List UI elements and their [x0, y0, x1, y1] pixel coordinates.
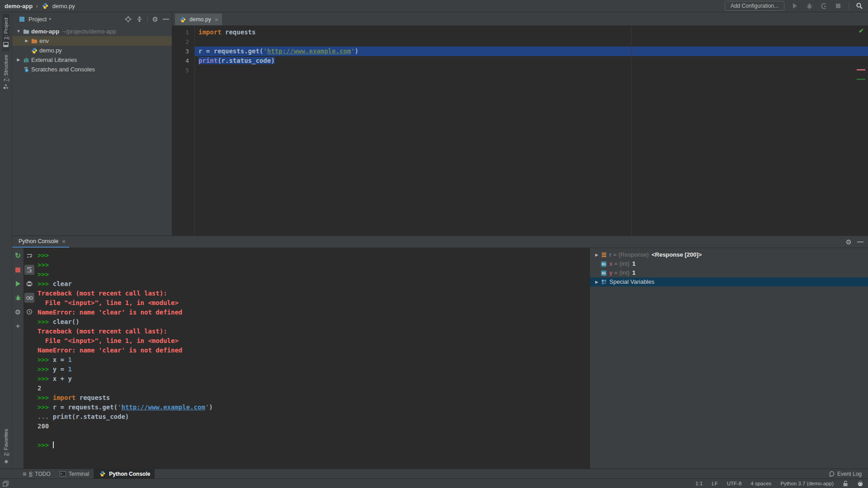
- python-icon: [30, 47, 38, 54]
- right-margin-guide: [631, 26, 632, 235]
- interpreter[interactable]: Python 3.7 (demo-app): [780, 481, 834, 486]
- caret-position[interactable]: 1:1: [695, 481, 703, 486]
- gear-icon[interactable]: ⚙: [152, 16, 158, 23]
- pycharm-window: demo-app › demo.py Add Configuration... …: [0, 0, 868, 488]
- tree-item-demo-app[interactable]: ▼demo-app~/projects/demo-app: [12, 27, 172, 36]
- line-number: 3: [172, 47, 194, 56]
- variable-value: <Response [200]>: [651, 250, 702, 259]
- variable-row-y[interactable]: 01y={int}1: [590, 268, 868, 277]
- sidebar-item-structure[interactable]: 7: Structure: [2, 51, 9, 93]
- breadcrumb-file[interactable]: demo.py: [52, 3, 75, 9]
- console-caret[interactable]: [53, 441, 54, 448]
- code-line-5[interactable]: [195, 66, 868, 75]
- search-everywhere-icon[interactable]: [855, 2, 863, 10]
- project-panel-title[interactable]: Project▾: [28, 16, 51, 23]
- hide-panel-icon[interactable]: —: [857, 238, 863, 245]
- sidebar-item-favorites[interactable]: ★ 2: Favorites: [2, 425, 9, 469]
- event-log-label: Event Log: [837, 471, 862, 477]
- soft-wrap-icon[interactable]: [24, 251, 34, 261]
- show-variables-icon[interactable]: [24, 293, 34, 303]
- libs-icon: [22, 57, 30, 63]
- expand-arrow-icon[interactable]: ▶: [594, 277, 600, 286]
- breadcrumb-project[interactable]: demo-app: [5, 3, 33, 9]
- print-icon[interactable]: [24, 279, 34, 289]
- rerun-icon[interactable]: ↻: [13, 251, 23, 261]
- tree-item-label: External Libraries: [31, 55, 77, 65]
- debug-bug-icon[interactable]: [805, 2, 813, 10]
- tree-item-env[interactable]: ▶env: [12, 36, 172, 46]
- code-line-3[interactable]: r = requests.get('http://www.example.com…: [195, 47, 868, 56]
- close-icon[interactable]: ×: [62, 238, 66, 245]
- collapse-all-icon[interactable]: [136, 16, 143, 23]
- equals: =: [614, 259, 618, 268]
- code-line-4[interactable]: print(r.status_code): [195, 56, 868, 66]
- close-icon[interactable]: ×: [215, 16, 218, 23]
- variable-name: x: [609, 259, 613, 268]
- expand-arrow-icon[interactable]: ▶: [15, 55, 22, 65]
- attach-debugger-icon[interactable]: [13, 293, 23, 303]
- code-line-2[interactable]: [195, 37, 868, 47]
- primitive-var-icon: 01: [600, 270, 608, 276]
- editor-tab-demo-py[interactable]: demo.py ×: [175, 14, 222, 25]
- line-separator[interactable]: LF: [712, 481, 717, 486]
- event-log-button[interactable]: Event Log: [829, 471, 862, 477]
- locate-file-icon[interactable]: [125, 16, 132, 23]
- file-encoding[interactable]: UTF-8: [727, 481, 742, 486]
- project-tool-icon: [3, 42, 9, 47]
- event-log-icon: [829, 471, 835, 477]
- structure-tool-icon: [3, 84, 9, 89]
- stop-icon[interactable]: [834, 2, 842, 10]
- run-icon[interactable]: [791, 2, 799, 10]
- hide-panel-icon[interactable]: —: [163, 15, 169, 23]
- console-line-6: File "<input>", line 1, in <module>: [38, 298, 590, 308]
- inspections-ok-icon[interactable]: ✔: [859, 27, 864, 34]
- console-line-7: NameError: name 'clear' is not defined: [38, 308, 590, 317]
- expand-arrow-icon[interactable]: ▼: [15, 27, 22, 36]
- tree-item-external-libraries[interactable]: ▶External Libraries: [12, 55, 172, 65]
- console-output[interactable]: >>>>>>>>>>>> clearTraceback (most recent…: [35, 248, 590, 469]
- tool-tab-todo[interactable]: ≡ 6: TODO: [18, 469, 55, 479]
- svg-text:01: 01: [602, 263, 605, 266]
- editor-code[interactable]: import requestsr = requests.get('http://…: [195, 26, 868, 235]
- expand-arrow-icon[interactable]: ▶: [23, 36, 30, 46]
- console-tab[interactable]: Python Console ×: [12, 236, 69, 248]
- svg-text:01: 01: [602, 272, 605, 275]
- expand-arrow-icon[interactable]: ▶: [594, 250, 600, 259]
- execute-icon[interactable]: [13, 279, 23, 289]
- sidebar-item-project[interactable]: 1: Project: [2, 14, 9, 51]
- python-console-label: Python Console: [109, 471, 150, 477]
- console-line-19: 200: [38, 422, 590, 431]
- line-number: 2: [172, 37, 194, 47]
- gear-icon[interactable]: ⚙: [846, 239, 852, 245]
- tree-item-demo-py[interactable]: demo.py: [12, 46, 172, 55]
- console-line-3: >>>: [38, 270, 590, 279]
- stop-console-icon[interactable]: [13, 265, 23, 275]
- lock-open-icon[interactable]: [843, 480, 848, 487]
- variable-row-special-variables[interactable]: ▶Special Variables: [590, 277, 868, 286]
- console-toolbar-main: ↻ ⚙ +: [12, 248, 24, 469]
- code-line-1[interactable]: import requests: [195, 28, 868, 37]
- inspector-hector-icon[interactable]: [857, 480, 863, 487]
- editor-gutter[interactable]: 12345: [172, 26, 195, 235]
- python-console-icon: [98, 471, 106, 477]
- tool-window-switcher-icon[interactable]: [3, 481, 9, 487]
- history-clock-icon[interactable]: [24, 307, 34, 317]
- todo-label: 6: TODO: [29, 471, 51, 477]
- project-tree: ▼demo-app~/projects/demo-app▶envdemo.py▶…: [12, 26, 172, 74]
- run-coverage-icon[interactable]: [820, 2, 828, 10]
- tool-tab-terminal[interactable]: >_ Terminal: [55, 469, 94, 479]
- console-settings-gear-icon[interactable]: ⚙: [13, 307, 23, 317]
- variable-value: 1: [632, 268, 636, 277]
- console-line-15: 2: [38, 384, 590, 393]
- variable-row-x[interactable]: 01x={int}1: [590, 259, 868, 268]
- console-line-4: >>> clear: [38, 279, 590, 289]
- add-configuration-button[interactable]: Add Configuration...: [725, 1, 784, 11]
- add-console-icon[interactable]: +: [13, 321, 23, 331]
- console-header: Python Console × ⚙ —: [12, 236, 868, 248]
- variable-row-r[interactable]: ▶r={Response}<Response [200]>: [590, 250, 868, 259]
- console-line-14: >>> x + y: [38, 374, 590, 384]
- tool-tab-python-console[interactable]: Python Console: [94, 469, 155, 479]
- tree-item-scratches-and-consoles[interactable]: Scratches and Consoles: [12, 65, 172, 74]
- scroll-to-end-icon[interactable]: [24, 265, 34, 275]
- indent-setting[interactable]: 4 spaces: [750, 481, 771, 486]
